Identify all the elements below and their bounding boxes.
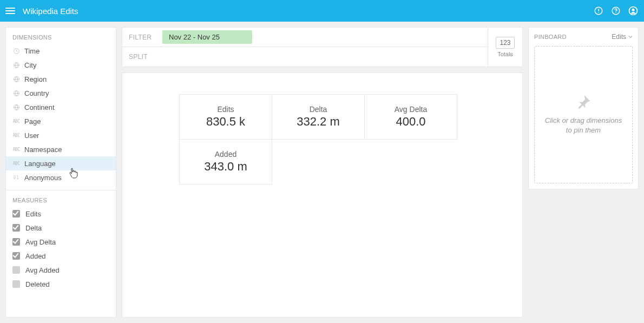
chevron-down-icon	[628, 35, 633, 38]
sidebar: DIMENSIONS TimeCityRegionCountryContinen…	[5, 27, 116, 318]
checkbox-icon[interactable]	[12, 238, 20, 246]
pinboard-title: PINBOARD	[534, 34, 567, 40]
dimension-country[interactable]: Country	[6, 86, 116, 100]
metric-card-delta[interactable]: Delta332.2 m	[272, 94, 365, 140]
measure-edits[interactable]: Edits	[6, 207, 116, 221]
center-column: FILTER Nov 22 - Nov 25 SPLIT 123 Totals …	[122, 27, 523, 318]
dimensions-title: DIMENSIONS	[6, 28, 116, 44]
dimension-label: Language	[24, 160, 56, 168]
dimension-label: City	[24, 61, 36, 69]
app-title: Wikipedia Edits	[23, 6, 78, 16]
globe-icon	[12, 61, 20, 69]
totals-badge: 123	[496, 37, 514, 49]
alert-icon[interactable]	[593, 5, 604, 16]
svg-point-4	[615, 12, 616, 13]
globe-icon	[12, 103, 20, 111]
checkbox-icon[interactable]	[12, 252, 20, 260]
measure-label: Avg Delta	[25, 238, 56, 246]
measures-title: MEASURES	[6, 190, 116, 207]
pinboard-measure-dropdown[interactable]: Edits	[612, 33, 633, 41]
metric-title: Delta	[310, 105, 327, 114]
dimension-label: User	[24, 131, 39, 140]
dimension-label: Namespace	[24, 146, 62, 154]
zeroone-icon: 01	[12, 174, 20, 181]
totals-view-button[interactable]: 123 Totals	[488, 28, 522, 67]
metric-value: 400.0	[396, 115, 425, 129]
svg-point-2	[598, 12, 599, 13]
checkbox-icon[interactable]	[12, 266, 20, 274]
measure-label: Delta	[25, 224, 42, 232]
dimension-label: Continent	[24, 103, 55, 111]
main-layout: DIMENSIONS TimeCityRegionCountryContinen…	[0, 22, 644, 323]
header-icons	[593, 5, 639, 16]
abc-icon: ABC	[12, 131, 20, 139]
visualization-canvas: Edits830.5 kDelta332.2 mAvg Delta400.0Ad…	[122, 72, 523, 318]
measure-delta[interactable]: Delta	[6, 221, 116, 235]
dimensions-list: TimeCityRegionCountryContinentABCPageABC…	[6, 44, 116, 184]
measure-label: Added	[25, 252, 46, 260]
pinboard-panel: PINBOARD Edits Click or drag dimensions …	[528, 27, 639, 189]
dimension-time[interactable]: Time	[6, 44, 116, 58]
measure-label: Avg Added	[25, 266, 60, 274]
metric-title: Added	[215, 150, 236, 159]
globe-icon	[12, 89, 20, 97]
dimension-anonymous[interactable]: 01Anonymous	[6, 170, 116, 184]
measure-label: Deleted	[25, 280, 50, 288]
pinboard-dropdown-label: Edits	[612, 33, 626, 41]
dimension-continent[interactable]: Continent	[6, 100, 116, 114]
dimension-label: Page	[24, 117, 41, 126]
svg-point-6	[632, 9, 635, 11]
filter-bar[interactable]: FILTER Nov 22 - Nov 25	[122, 28, 488, 47]
dimension-language[interactable]: ABCLanguage	[6, 156, 116, 170]
metrics-grid: Edits830.5 kDelta332.2 mAvg Delta400.0Ad…	[180, 95, 459, 184]
metric-card-edits[interactable]: Edits830.5 k	[179, 94, 272, 140]
checkbox-icon[interactable]	[12, 224, 20, 232]
pinboard-placeholder: Click or drag dimensions to pin them	[544, 116, 622, 135]
pin-icon	[575, 94, 592, 110]
metric-title: Edits	[217, 105, 234, 114]
checkbox-icon[interactable]	[12, 280, 20, 288]
dimension-namespace[interactable]: ABCNamespace	[6, 142, 116, 156]
metric-title: Avg Delta	[395, 105, 427, 114]
metric-card-added[interactable]: Added343.0 m	[179, 139, 272, 184]
header-left: Wikipedia Edits	[5, 6, 78, 16]
dimension-page[interactable]: ABCPage	[6, 114, 116, 128]
measure-added[interactable]: Added	[6, 249, 116, 263]
dimension-user[interactable]: ABCUser	[6, 128, 116, 142]
user-icon[interactable]	[628, 5, 639, 16]
abc-icon: ABC	[12, 146, 20, 153]
dimension-label: Anonymous	[24, 174, 62, 182]
measure-deleted[interactable]: Deleted	[6, 277, 116, 291]
split-bar[interactable]: SPLIT	[122, 47, 488, 67]
metric-card-avg-delta[interactable]: Avg Delta400.0	[364, 94, 457, 140]
checkbox-icon[interactable]	[12, 210, 20, 217]
split-label: SPLIT	[129, 53, 154, 61]
measure-avg-delta[interactable]: Avg Delta	[6, 235, 116, 249]
filter-split-group: FILTER Nov 22 - Nov 25 SPLIT	[122, 28, 488, 67]
topbar: FILTER Nov 22 - Nov 25 SPLIT 123 Totals	[122, 27, 523, 67]
dimension-region[interactable]: Region	[6, 72, 116, 86]
metric-value: 830.5 k	[206, 115, 245, 129]
totals-label: Totals	[497, 51, 513, 57]
filter-label: FILTER	[129, 34, 154, 41]
measure-avg-added[interactable]: Avg Added	[6, 263, 116, 277]
dimension-label: Time	[24, 47, 40, 55]
globe-icon	[12, 75, 20, 83]
dimension-label: Country	[24, 89, 49, 97]
filter-time-pill[interactable]: Nov 22 - Nov 25	[162, 30, 252, 44]
dimension-city[interactable]: City	[6, 58, 116, 72]
pinboard-dropzone[interactable]: Click or drag dimensions to pin them	[534, 46, 633, 183]
app-header: Wikipedia Edits	[0, 0, 644, 22]
measure-label: Edits	[25, 210, 41, 218]
clock-icon	[12, 47, 20, 55]
metric-value: 343.0 m	[204, 160, 247, 174]
abc-icon: ABC	[12, 117, 20, 125]
dimension-label: Region	[24, 75, 47, 83]
measures-list: EditsDeltaAvg DeltaAddedAvg AddedDeleted	[6, 207, 116, 291]
help-icon[interactable]	[610, 5, 621, 16]
abc-icon: ABC	[12, 160, 20, 167]
menu-icon[interactable]	[5, 6, 15, 16]
pinboard-header: PINBOARD Edits	[534, 33, 633, 41]
metric-value: 332.2 m	[297, 115, 340, 129]
